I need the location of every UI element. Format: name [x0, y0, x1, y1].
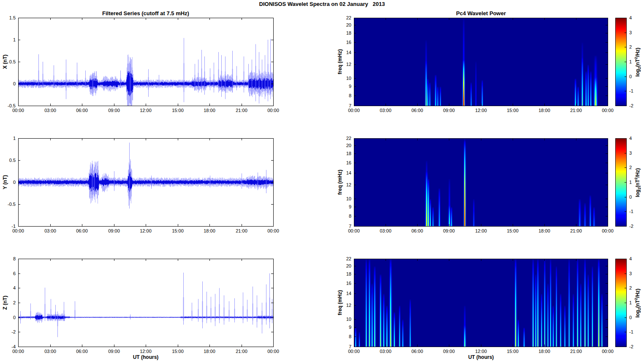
x-tick-label: 00:00 [345, 108, 363, 113]
y-tick-label: 2 [1, 300, 16, 305]
x-axis-label-left: UT (hours) [103, 354, 188, 360]
x-tick-label: 06:00 [73, 228, 91, 233]
x-tick-label: 15:00 [168, 349, 187, 354]
y-tick-label: -0.5 [1, 202, 16, 207]
x-tick-label: 06:00 [73, 349, 91, 354]
y-tick-label: 16 [337, 160, 351, 165]
x-tick-label: 21:00 [232, 228, 251, 233]
y-tick-label: -0.5 [1, 103, 16, 108]
colorbar-label: log2(nT2/Hz) [634, 140, 641, 225]
y-tick-label: 1 [1, 37, 16, 42]
right-column-title: Pc4 Wavelet Power [392, 10, 570, 16]
y-tick-label: 10 [337, 317, 351, 322]
x-tick-label: 18:00 [535, 228, 554, 233]
x-tick-label: 06:00 [408, 108, 427, 113]
x-tick-label: 12:00 [136, 108, 155, 113]
z-series-plot [18, 259, 274, 347]
colorbar-label: log2(nT2/Hz) [634, 261, 641, 345]
y-series-plot [18, 138, 274, 227]
y-tick-label: 10 [337, 76, 351, 81]
y-tick-label: -4 [1, 344, 16, 349]
x-tick-label: 21:00 [232, 108, 251, 113]
x-tick-label: 18:00 [535, 349, 554, 354]
y-tick-label: -1 [1, 224, 16, 229]
y-wavelet-plot [354, 138, 608, 227]
x-tick-label: 12:00 [136, 349, 155, 354]
left-column-title: Filtered Series (cutoff at 7.5 mHz) [57, 10, 234, 16]
y-tick-label: 0 [1, 81, 16, 86]
colorbar-label: log2(nT2/Hz) [634, 20, 641, 104]
y-tick-label: 14 [337, 291, 351, 296]
x-tick-label: 15:00 [168, 108, 187, 113]
x-tick-label: 00:00 [264, 108, 283, 113]
y-tick-label: 22 [337, 15, 351, 20]
x-tick-label: 00:00 [9, 349, 27, 354]
y-tick-label: 20 [337, 263, 351, 268]
x-tick-label: 15:00 [503, 349, 522, 354]
x-tick-label: 03:00 [41, 228, 60, 233]
y-tick-label: 0.5 [1, 59, 16, 64]
x-tick-label: 00:00 [264, 228, 283, 233]
y-tick-label: 7 [337, 103, 351, 108]
colorbar-x [615, 18, 627, 106]
x-tick-label: 12:00 [472, 108, 490, 113]
x-tick-label: 21:00 [567, 349, 585, 354]
x-tick-label: 09:00 [105, 228, 123, 233]
y-tick-label: 1.5 [1, 15, 16, 20]
x-tick-label: 21:00 [567, 228, 585, 233]
x-series-plot [18, 18, 274, 106]
y-tick-label: 7 [337, 224, 351, 229]
y-tick-label: 8 [1, 256, 16, 261]
x-tick-label: 18:00 [200, 349, 219, 354]
y-tick-label: 9 [337, 84, 351, 89]
y-tick-label: 7 [337, 344, 351, 349]
x-tick-label: 18:00 [200, 108, 219, 113]
y-tick-label: 12 [337, 62, 351, 67]
x-axis-label-right: UT (hours) [439, 354, 523, 360]
x-tick-label: 12:00 [472, 228, 490, 233]
x-tick-label: 09:00 [440, 349, 458, 354]
x-tick-label: 18:00 [200, 228, 219, 233]
x-tick-label: 09:00 [105, 108, 123, 113]
x-tick-label: 12:00 [472, 349, 490, 354]
y-tick-label: 22 [337, 136, 351, 141]
x-tick-label: 03:00 [41, 108, 60, 113]
y-tick-label: 0 [1, 315, 16, 320]
y-tick-label: 6 [1, 271, 16, 276]
y-tick-label: -2 [1, 329, 16, 334]
x-wavelet-plot [354, 18, 608, 106]
x-tick-label: 06:00 [73, 108, 91, 113]
y-tick-label: 14 [337, 170, 351, 175]
x-tick-label: 00:00 [9, 228, 27, 233]
x-tick-label: 00:00 [345, 349, 363, 354]
y-tick-label: 14 [337, 50, 351, 55]
x-tick-label: 09:00 [105, 349, 123, 354]
x-tick-label: 18:00 [535, 108, 554, 113]
y-tick-label: 10 [337, 196, 351, 201]
x-tick-label: 21:00 [232, 349, 251, 354]
colorbar-y [615, 138, 627, 227]
x-tick-label: 15:00 [503, 108, 522, 113]
z-wavelet-plot [354, 259, 608, 347]
x-tick-label: 00:00 [598, 228, 617, 233]
x-tick-label: 00:00 [598, 108, 617, 113]
y-tick-label: 12 [337, 182, 351, 187]
wavelet-spectra-figure: DIONISOS Wavelet Spectra on 02 January 2… [0, 0, 644, 361]
x-tick-label: 06:00 [408, 349, 427, 354]
x-tick-label: 00:00 [264, 349, 283, 354]
x-tick-label: 06:00 [408, 228, 427, 233]
x-tick-label: 03:00 [41, 349, 60, 354]
y-tick-label: 9 [337, 325, 351, 330]
y-tick-label: 12 [337, 303, 351, 308]
y-tick-label: 18 [337, 271, 351, 276]
y-tick-label: 20 [337, 22, 351, 27]
x-tick-label: 00:00 [598, 349, 617, 354]
figure-title: DIONISOS Wavelet Spectra on 02 January 2… [0, 1, 644, 7]
x-tick-label: 21:00 [567, 108, 585, 113]
y-tick-label: 8 [337, 213, 351, 219]
x-tick-label: 15:00 [503, 228, 522, 233]
x-tick-label: 03:00 [376, 349, 395, 354]
x-tick-label: 00:00 [9, 108, 27, 113]
y-tick-label: 4 [1, 285, 16, 290]
y-tick-label: 20 [337, 143, 351, 148]
